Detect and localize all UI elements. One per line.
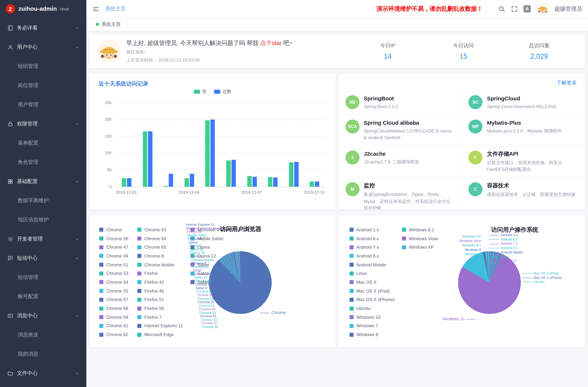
legend-item[interactable]: Chrome 62: [99, 330, 128, 339]
legend-item[interactable]: Chrome 8: [137, 252, 183, 260]
legend-item[interactable]: Android 6.x: [349, 234, 395, 243]
sidebar-item-2[interactable]: 权限管理: [0, 114, 86, 134]
brand-suffix: cloud: [60, 7, 69, 11]
pie-callout-label: Firefox 7: [189, 244, 202, 248]
legend-item[interactable]: Mac OS X: [349, 278, 395, 286]
legend-label: Chrome Mobile: [144, 262, 174, 267]
legend-item[interactable]: Firefox 51: [137, 295, 183, 304]
legend-item[interactable]: Firefox 45: [137, 287, 183, 295]
legend-item[interactable]: Internet Explorer 11: [137, 322, 183, 330]
legend-item[interactable]: Chrome Mobile: [137, 261, 183, 269]
sidebar-item-1[interactable]: 用户中心: [0, 38, 86, 57]
star-link[interactable]: 点个star: [260, 40, 282, 46]
sidebar-item-0[interactable]: 务必详看: [0, 19, 86, 38]
legend-item[interactable]: Android 1.x: [349, 225, 395, 234]
sidebar-item-6[interactable]: 消息中心: [0, 306, 86, 326]
legend-item[interactable]: Windows XP: [402, 243, 438, 252]
legend-item[interactable]: Chrome 57: [99, 295, 128, 304]
tech-title: 监控: [364, 182, 455, 189]
sidebar-subitem-1-2[interactable]: 用户管理: [0, 95, 86, 114]
pie-callout-label: Chrome 62: [195, 283, 211, 286]
legend-item[interactable]: Android 7.x: [349, 243, 395, 252]
sidebar-subitem-6-1[interactable]: 我的消息: [0, 345, 86, 364]
sidebar-item-7[interactable]: 文件中心: [0, 364, 86, 383]
legend-item[interactable]: Windows 10: [349, 313, 395, 322]
topbar-actions: A 超级管理员: [498, 2, 582, 15]
legend-item-您[interactable]: 您: [194, 89, 207, 95]
sidebar-subitem-3-0[interactable]: 数据字典维护: [0, 191, 86, 210]
sidebar-subitem-1-0[interactable]: 组织管理: [0, 57, 86, 76]
learn-more-link[interactable]: 了解更多: [556, 80, 577, 86]
brand[interactable]: Z zuihou-admin cloud: [0, 0, 86, 18]
sidebar-subitem-6-0[interactable]: 消息推送: [0, 326, 86, 345]
tab-home[interactable]: 系统主页: [90, 18, 127, 31]
collapse-menu-icon[interactable]: [92, 5, 99, 12]
gear-icon: [7, 236, 13, 242]
font-size-icon[interactable]: A: [524, 5, 531, 13]
legend-item[interactable]: Windows 7: [349, 322, 395, 330]
legend-chip: [402, 237, 406, 241]
sidebar-item-3[interactable]: 基础配置: [0, 172, 86, 191]
tech-title: 容器技术: [487, 182, 576, 189]
legend-item[interactable]: Windows 8: [349, 330, 395, 339]
sidebar-subitem-2-0[interactable]: 菜单配置: [0, 134, 86, 153]
legend-chip: [349, 254, 354, 258]
tech-badge-icon: SB: [345, 95, 359, 109]
legend-item[interactable]: Chrome 61: [99, 322, 128, 330]
dashboard-grid: 近十天系统访问记录 您总数 0501001502002502019-12-012…: [89, 74, 585, 347]
legend-item[interactable]: Linux: [349, 269, 395, 278]
pie-callout-label: Chrome 58: [197, 297, 214, 301]
legend-chip: [99, 280, 103, 284]
legend-item[interactable]: Firefox 42: [137, 278, 183, 286]
legend-chip: [99, 315, 103, 319]
legend-item[interactable]: Android 8.x: [349, 252, 395, 260]
user-avatar-large: [97, 40, 120, 63]
legend-item[interactable]: Android Mobile: [349, 261, 395, 269]
legend-item[interactable]: Chrome 54: [99, 278, 128, 286]
tech-badge-icon: F: [469, 150, 483, 164]
sidebar-subitem-1-1[interactable]: 岗位管理: [0, 76, 86, 95]
sidebar-subitem-5-0[interactable]: 短信管理: [0, 268, 86, 287]
legend-item[interactable]: Chrome 63: [137, 225, 183, 234]
legend-item[interactable]: Windows Vista: [402, 234, 438, 243]
legend-item[interactable]: Chrome 59: [99, 313, 128, 322]
legend-chip: [214, 90, 220, 94]
legend-item[interactable]: Chrome 65: [137, 243, 183, 252]
legend-label: Android 8.x: [356, 253, 379, 259]
sidebar-subitem-2-1[interactable]: 角色管理: [0, 153, 86, 172]
legend-label: Chrome 53: [106, 271, 128, 276]
breadcrumb[interactable]: 系统主页: [105, 5, 126, 12]
legend-item[interactable]: Firefox 7: [137, 313, 183, 322]
legend-item[interactable]: Ubuntu: [349, 304, 395, 313]
legend-item[interactable]: Chrome 64: [137, 234, 183, 243]
legend-item[interactable]: Chrome 49: [99, 252, 128, 260]
legend-item[interactable]: Chrome 47: [99, 243, 128, 252]
legend-item[interactable]: Chrome 26: [99, 234, 128, 243]
legend-item[interactable]: Chrome 51: [99, 261, 128, 269]
legend-item[interactable]: Windows 8.1: [402, 225, 438, 234]
legend-item[interactable]: Mac OS X (iPad): [349, 287, 395, 295]
legend-item[interactable]: Microsoft Edge: [137, 330, 183, 339]
sidebar-item-4[interactable]: 开发者管理: [0, 229, 86, 249]
username[interactable]: 超级管理员: [554, 5, 582, 12]
legend-label: Chrome 62: [106, 332, 128, 337]
search-icon[interactable]: [498, 5, 505, 12]
sidebar-subitem-3-1[interactable]: 地区信息维护: [0, 210, 86, 229]
legend-chip: [137, 324, 141, 328]
legend-item[interactable]: Mac OS X (iPhone): [349, 295, 395, 304]
legend-item[interactable]: Chrome: [99, 225, 128, 234]
fullscreen-icon[interactable]: [511, 5, 518, 12]
tech-title: J2cache: [364, 150, 419, 157]
sidebar-subitem-5-1[interactable]: 账号配置: [0, 287, 86, 306]
legend-item[interactable]: Firefox: [137, 269, 183, 278]
legend-item[interactable]: Chrome 55: [99, 287, 128, 295]
legend-chip: [349, 298, 354, 302]
legend-item[interactable]: Firefox 56: [137, 304, 183, 313]
legend-item[interactable]: Chrome 53: [99, 269, 128, 278]
legend-item[interactable]: Chrome 58: [99, 304, 128, 313]
pie-callout-label: Chrome 53: [200, 311, 216, 315]
legend-item-总数[interactable]: 总数: [214, 89, 231, 95]
brand-logo: Z: [5, 4, 16, 14]
user-avatar[interactable]: [536, 2, 549, 15]
sidebar-item-5[interactable]: 短信中心: [0, 249, 86, 268]
